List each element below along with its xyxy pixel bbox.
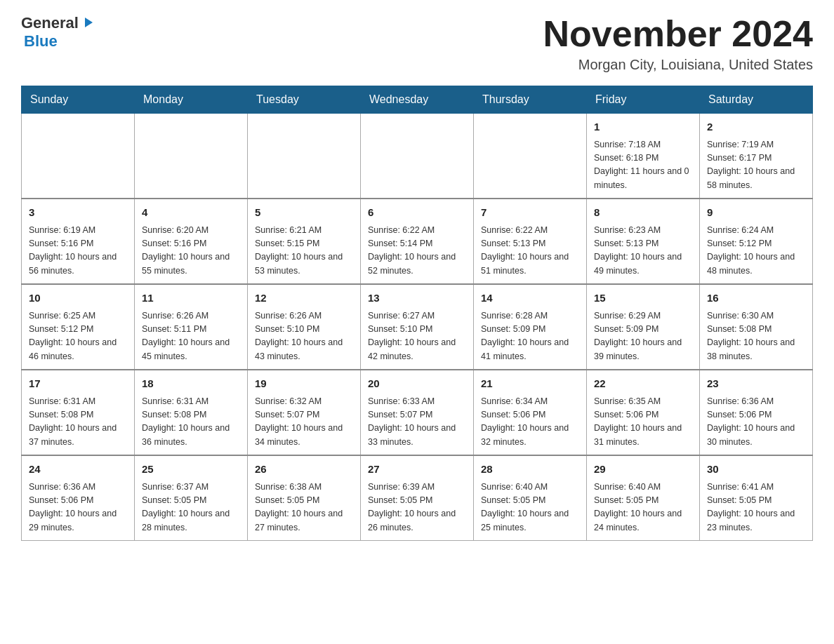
day-number: 21 xyxy=(481,376,579,392)
day-number: 17 xyxy=(29,376,127,392)
day-number: 28 xyxy=(481,462,579,478)
day-info: Sunrise: 6:20 AMSunset: 5:16 PMDaylight:… xyxy=(142,224,240,279)
table-row: 28Sunrise: 6:40 AMSunset: 5:05 PMDayligh… xyxy=(474,455,587,541)
day-info: Sunrise: 6:23 AMSunset: 5:13 PMDaylight:… xyxy=(594,224,692,279)
day-info: Sunrise: 6:19 AMSunset: 5:16 PMDaylight:… xyxy=(29,224,127,279)
day-number: 22 xyxy=(594,376,692,392)
day-number: 14 xyxy=(481,290,579,307)
day-info: Sunrise: 6:41 AMSunset: 5:05 PMDaylight:… xyxy=(707,481,805,535)
table-row: 7Sunrise: 6:22 AMSunset: 5:13 PMDaylight… xyxy=(474,199,587,284)
table-row: 22Sunrise: 6:35 AMSunset: 5:06 PMDayligh… xyxy=(587,370,700,455)
day-info: Sunrise: 6:28 AMSunset: 5:09 PMDaylight:… xyxy=(481,309,579,364)
day-number: 4 xyxy=(142,205,240,221)
title-section: November 2024 Morgan City, Louisiana, Un… xyxy=(543,14,813,73)
day-info: Sunrise: 6:26 AMSunset: 5:10 PMDaylight:… xyxy=(255,309,353,364)
day-info: Sunrise: 6:40 AMSunset: 5:05 PMDaylight:… xyxy=(594,481,692,535)
day-number: 11 xyxy=(142,290,240,307)
day-info: Sunrise: 6:25 AMSunset: 5:12 PMDaylight:… xyxy=(29,309,127,364)
month-title: November 2024 xyxy=(543,14,813,54)
table-row: 13Sunrise: 6:27 AMSunset: 5:10 PMDayligh… xyxy=(361,284,474,370)
day-number: 2 xyxy=(707,119,805,135)
day-info: Sunrise: 6:31 AMSunset: 5:08 PMDaylight:… xyxy=(29,395,127,450)
calendar-week-row: 17Sunrise: 6:31 AMSunset: 5:08 PMDayligh… xyxy=(22,370,813,455)
table-row: 26Sunrise: 6:38 AMSunset: 5:05 PMDayligh… xyxy=(248,455,361,541)
day-number: 5 xyxy=(255,205,353,221)
table-row xyxy=(135,114,248,199)
col-friday: Friday xyxy=(587,86,700,114)
day-number: 24 xyxy=(29,462,127,478)
day-number: 12 xyxy=(255,290,353,307)
day-info: Sunrise: 7:18 AMSunset: 6:18 PMDaylight:… xyxy=(594,138,692,193)
day-number: 20 xyxy=(368,376,466,392)
day-info: Sunrise: 6:31 AMSunset: 5:08 PMDaylight:… xyxy=(142,395,240,450)
table-row: 5Sunrise: 6:21 AMSunset: 5:15 PMDaylight… xyxy=(248,199,361,284)
logo-general-text: General xyxy=(21,14,79,32)
calendar-week-row: 24Sunrise: 6:36 AMSunset: 5:06 PMDayligh… xyxy=(22,455,813,541)
table-row: 3Sunrise: 6:19 AMSunset: 5:16 PMDaylight… xyxy=(22,199,135,284)
table-row: 15Sunrise: 6:29 AMSunset: 5:09 PMDayligh… xyxy=(587,284,700,370)
table-row: 20Sunrise: 6:33 AMSunset: 5:07 PMDayligh… xyxy=(361,370,474,455)
day-info: Sunrise: 6:21 AMSunset: 5:15 PMDaylight:… xyxy=(255,224,353,279)
day-info: Sunrise: 6:26 AMSunset: 5:11 PMDaylight:… xyxy=(142,309,240,364)
table-row: 27Sunrise: 6:39 AMSunset: 5:05 PMDayligh… xyxy=(361,455,474,541)
table-row: 9Sunrise: 6:24 AMSunset: 5:12 PMDaylight… xyxy=(700,199,813,284)
day-info: Sunrise: 6:30 AMSunset: 5:08 PMDaylight:… xyxy=(707,309,805,364)
table-row: 4Sunrise: 6:20 AMSunset: 5:16 PMDaylight… xyxy=(135,199,248,284)
day-info: Sunrise: 6:29 AMSunset: 5:09 PMDaylight:… xyxy=(594,309,692,364)
day-number: 23 xyxy=(707,376,805,392)
logo-blue-text: Blue xyxy=(24,32,58,51)
day-info: Sunrise: 6:33 AMSunset: 5:07 PMDaylight:… xyxy=(368,395,466,450)
day-number: 16 xyxy=(707,290,805,307)
day-info: Sunrise: 6:38 AMSunset: 5:05 PMDaylight:… xyxy=(255,481,353,535)
calendar-header-row: Sunday Monday Tuesday Wednesday Thursday… xyxy=(22,86,813,114)
col-wednesday: Wednesday xyxy=(361,86,474,114)
table-row: 29Sunrise: 6:40 AMSunset: 5:05 PMDayligh… xyxy=(587,455,700,541)
day-number: 26 xyxy=(255,462,353,478)
table-row: 2Sunrise: 7:19 AMSunset: 6:17 PMDaylight… xyxy=(700,114,813,199)
svg-marker-0 xyxy=(85,18,93,27)
day-number: 13 xyxy=(368,290,466,307)
table-row: 18Sunrise: 6:31 AMSunset: 5:08 PMDayligh… xyxy=(135,370,248,455)
table-row: 8Sunrise: 6:23 AMSunset: 5:13 PMDaylight… xyxy=(587,199,700,284)
day-number: 15 xyxy=(594,290,692,307)
table-row: 16Sunrise: 6:30 AMSunset: 5:08 PMDayligh… xyxy=(700,284,813,370)
day-info: Sunrise: 6:32 AMSunset: 5:07 PMDaylight:… xyxy=(255,395,353,450)
calendar-week-row: 10Sunrise: 6:25 AMSunset: 5:12 PMDayligh… xyxy=(22,284,813,370)
calendar-table: Sunday Monday Tuesday Wednesday Thursday… xyxy=(21,86,813,541)
table-row: 12Sunrise: 6:26 AMSunset: 5:10 PMDayligh… xyxy=(248,284,361,370)
day-info: Sunrise: 6:27 AMSunset: 5:10 PMDaylight:… xyxy=(368,309,466,364)
calendar-week-row: 3Sunrise: 6:19 AMSunset: 5:16 PMDaylight… xyxy=(22,199,813,284)
day-number: 18 xyxy=(142,376,240,392)
day-number: 27 xyxy=(368,462,466,478)
day-number: 29 xyxy=(594,462,692,478)
table-row: 30Sunrise: 6:41 AMSunset: 5:05 PMDayligh… xyxy=(700,455,813,541)
day-number: 7 xyxy=(481,205,579,221)
day-info: Sunrise: 6:40 AMSunset: 5:05 PMDaylight:… xyxy=(481,481,579,535)
day-number: 8 xyxy=(594,205,692,221)
day-info: Sunrise: 7:19 AMSunset: 6:17 PMDaylight:… xyxy=(707,138,805,193)
table-row: 25Sunrise: 6:37 AMSunset: 5:05 PMDayligh… xyxy=(135,455,248,541)
table-row: 19Sunrise: 6:32 AMSunset: 5:07 PMDayligh… xyxy=(248,370,361,455)
day-number: 30 xyxy=(707,462,805,478)
col-saturday: Saturday xyxy=(700,86,813,114)
col-monday: Monday xyxy=(135,86,248,114)
day-info: Sunrise: 6:22 AMSunset: 5:13 PMDaylight:… xyxy=(481,224,579,279)
table-row: 23Sunrise: 6:36 AMSunset: 5:06 PMDayligh… xyxy=(700,370,813,455)
day-info: Sunrise: 6:37 AMSunset: 5:05 PMDaylight:… xyxy=(142,481,240,535)
day-number: 6 xyxy=(368,205,466,221)
table-row: 14Sunrise: 6:28 AMSunset: 5:09 PMDayligh… xyxy=(474,284,587,370)
day-number: 3 xyxy=(29,205,127,221)
table-row xyxy=(361,114,474,199)
table-row: 24Sunrise: 6:36 AMSunset: 5:06 PMDayligh… xyxy=(22,455,135,541)
col-thursday: Thursday xyxy=(474,86,587,114)
table-row: 6Sunrise: 6:22 AMSunset: 5:14 PMDaylight… xyxy=(361,199,474,284)
table-row: 21Sunrise: 6:34 AMSunset: 5:06 PMDayligh… xyxy=(474,370,587,455)
day-number: 9 xyxy=(707,205,805,221)
day-info: Sunrise: 6:35 AMSunset: 5:06 PMDaylight:… xyxy=(594,395,692,450)
logo-triangle-icon xyxy=(81,16,94,32)
table-row: 1Sunrise: 7:18 AMSunset: 6:18 PMDaylight… xyxy=(587,114,700,199)
logo: General Blue xyxy=(21,14,94,51)
calendar-week-row: 1Sunrise: 7:18 AMSunset: 6:18 PMDaylight… xyxy=(22,114,813,199)
location-subtitle: Morgan City, Louisiana, United States xyxy=(543,57,813,73)
day-info: Sunrise: 6:36 AMSunset: 5:06 PMDaylight:… xyxy=(707,395,805,450)
